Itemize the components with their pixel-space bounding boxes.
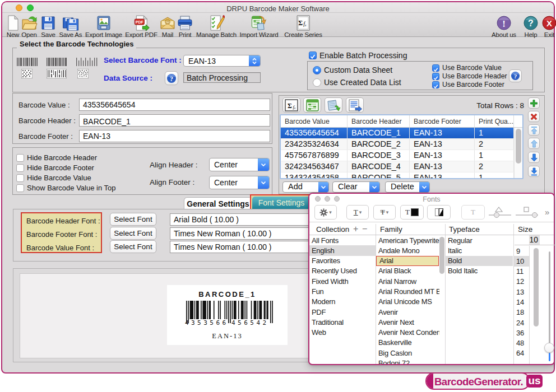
text-color-button[interactable]: T <box>400 205 424 220</box>
size-item[interactable]: 13 <box>514 287 529 297</box>
size-item[interactable]: 48 <box>514 338 529 348</box>
toolbar-help-button[interactable]: ? Help <box>522 15 539 38</box>
add-row-button[interactable] <box>528 97 540 109</box>
collection-item[interactable]: Traditional <box>309 317 376 327</box>
chevron-down-icon[interactable] <box>369 182 379 192</box>
family-item[interactable]: Avenir <box>376 307 439 317</box>
select-value-font-button[interactable]: Select Font <box>110 240 156 253</box>
family-item[interactable]: Andale Mono <box>376 245 439 255</box>
linear-barcode-icon-3[interactable] <box>76 58 98 66</box>
custom-data-sheet-radio[interactable] <box>313 66 321 74</box>
chevron-down-icon[interactable] <box>419 182 429 192</box>
tab-font-settings[interactable]: Font Settings <box>252 197 311 209</box>
show-value-top-checkbox[interactable] <box>16 184 24 192</box>
toolbar-exit-button[interactable]: X Exit <box>541 15 556 38</box>
barcode-value-input[interactable]: 435356645654 <box>79 99 270 111</box>
size-item[interactable]: 12 <box>514 277 529 287</box>
align-header-select[interactable]: Center <box>209 158 270 171</box>
barcode-font-select[interactable]: EAN-13 <box>183 55 261 67</box>
collection-item[interactable]: Favorites <box>309 256 376 266</box>
table-row[interactable]: 457567876899 BARCODE_3 EAN-13 1 <box>281 150 522 161</box>
typeface-item[interactable]: Regular <box>446 235 513 245</box>
pdf417-icon[interactable] <box>47 69 67 78</box>
toolbar-save-button[interactable]: Save <box>40 15 57 38</box>
shadow-radius-slider[interactable] <box>515 206 539 218</box>
use-barcode-header-row[interactable]: Use Barcode Header <box>432 72 507 80</box>
select-footer-font-button[interactable]: Select Font <box>110 227 156 240</box>
toolbar-print-button[interactable]: Print <box>177 15 193 38</box>
tab-general-settings[interactable]: General Settings <box>184 197 252 209</box>
select-header-font-button[interactable]: Select Font <box>110 213 156 226</box>
family-item[interactable]: Big Caslon <box>376 348 439 358</box>
typeface-item[interactable]: Bold <box>446 256 513 266</box>
text-shadow-button[interactable]: T <box>461 205 485 220</box>
use-barcode-header-checkbox[interactable] <box>432 73 439 80</box>
size-item[interactable]: 36 <box>514 328 529 338</box>
size-input[interactable]: 10 <box>515 235 555 245</box>
family-item[interactable]: Arial <box>376 256 439 266</box>
add-collection-button[interactable]: + <box>353 224 358 234</box>
linear-barcode-icon[interactable] <box>17 58 38 66</box>
collection-item[interactable]: Fun <box>309 286 376 296</box>
show-value-top-row[interactable]: Show Barcode Value in Top <box>16 184 116 192</box>
size-slider-knob[interactable] <box>544 343 554 353</box>
size-scrollbar-thumb[interactable] <box>534 248 539 326</box>
size-item[interactable]: 9 <box>514 246 529 256</box>
export-list-button[interactable] <box>346 97 364 113</box>
family-item[interactable]: Arial Black <box>376 266 439 276</box>
collection-item[interactable]: Modern <box>309 297 376 307</box>
size-item[interactable]: 24 <box>514 318 529 328</box>
use-barcode-footer-checkbox[interactable] <box>432 81 439 88</box>
size-item[interactable]: 14 <box>514 297 529 307</box>
open-datasheet-button[interactable] <box>325 97 342 113</box>
toolbar-manage-batch-button[interactable]: Manage Batch <box>196 15 237 38</box>
datamatrix-icon[interactable] <box>21 69 33 78</box>
table-row[interactable]: 134324354358 BARCODE_5 EAN-13 1 <box>281 172 522 179</box>
toolbar-create-series-button[interactable]: Σfₓ Create Series <box>284 15 322 38</box>
create-series-grid-button[interactable]: Σfₓ <box>282 97 300 113</box>
move-down-button[interactable] <box>528 152 540 163</box>
move-up-button[interactable] <box>528 138 540 149</box>
family-item[interactable]: Avenir Next <box>376 317 439 327</box>
use-created-list-radio-row[interactable]: Use Created Data List <box>313 78 401 87</box>
chevron-down-icon[interactable] <box>318 182 328 192</box>
hide-footer-row[interactable]: Hide Barcode Footer <box>16 164 94 172</box>
col-barcode-header[interactable]: Barcode Header <box>347 115 410 127</box>
add-button[interactable]: Add <box>282 181 329 193</box>
col-print-quantity[interactable]: Print Qua... <box>475 115 514 127</box>
toolbar-about-button[interactable]: ! About us <box>492 15 516 38</box>
typeface-item[interactable]: Italic <box>446 245 513 255</box>
family-item[interactable]: Arial Unicode MS <box>376 297 439 307</box>
table-row[interactable]: 435356645654 BARCODE_1 EAN-13 1 <box>281 128 522 139</box>
hide-value-checkbox[interactable] <box>16 174 24 182</box>
use-barcode-footer-row[interactable]: Use Barcode Footer <box>432 81 504 88</box>
custom-data-sheet-radio-row[interactable]: Custom Data Sheet <box>313 66 392 74</box>
table-row[interactable]: 234235324634 BARCODE_2 EAN-13 2 <box>281 139 522 150</box>
more-toolbar-icon[interactable]: » <box>545 207 549 217</box>
underline-button[interactable]: T ▾ <box>346 205 369 220</box>
family-item[interactable]: Arial Rounded MT B <box>376 286 439 296</box>
delete-button[interactable]: Delete <box>385 181 430 193</box>
clear-button[interactable]: Clear <box>332 181 380 193</box>
use-created-list-radio[interactable] <box>313 78 321 87</box>
barcode-footer-input[interactable]: EAN-13 <box>79 130 270 142</box>
family-item[interactable]: Arial Narrow <box>376 276 439 286</box>
use-barcode-value-row[interactable]: Use Barcode Value <box>432 64 502 72</box>
batch-help-button[interactable]: ? <box>509 69 522 82</box>
toolbar-import-wizard-button[interactable]: Import Wizard <box>240 15 279 38</box>
family-scrollbar-thumb[interactable] <box>439 237 444 274</box>
hide-value-row[interactable]: Hide Barcode Value <box>16 174 91 182</box>
size-item[interactable]: 11 <box>514 267 529 277</box>
toolbar-save-as-button[interactable]: Save As <box>59 15 82 38</box>
linear-barcode-icon-2[interactable] <box>47 58 67 66</box>
toolbar-new-button[interactable]: New <box>4 15 21 38</box>
typeface-item[interactable]: Bold Italic <box>446 266 513 276</box>
strikethrough-button[interactable]: T ▾ <box>373 205 396 220</box>
family-item[interactable]: Avenir Next Conden <box>376 328 439 338</box>
hide-header-checkbox[interactable] <box>16 154 24 162</box>
hide-header-row[interactable]: Hide Barcode Header <box>16 153 97 162</box>
collection-item[interactable]: Fixed Width <box>309 276 376 286</box>
delete-row-button[interactable] <box>528 111 540 122</box>
toolbar-export-image-button[interactable]: Export Image <box>85 15 122 38</box>
table-row[interactable]: 324234563467 BARCODE_4 EAN-13 2 <box>281 161 522 172</box>
